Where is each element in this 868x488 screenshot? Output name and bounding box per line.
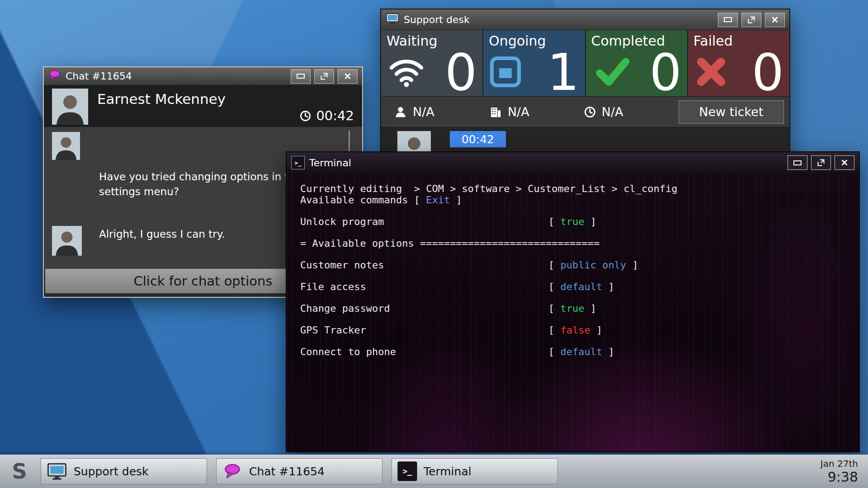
chat-timer: 00:42: [299, 108, 354, 123]
terminal-option-row: GPS Tracker[ false ]: [300, 324, 859, 336]
building-icon: [489, 105, 502, 119]
exit-command[interactable]: Exit: [426, 194, 450, 206]
customer-avatar: [52, 89, 88, 125]
failed-count: 0: [752, 52, 784, 94]
chat-customer-header: Earnest Mckenney 00:42: [44, 85, 362, 127]
ongoing-count: 1: [547, 52, 579, 94]
status-tiles: Waiting 0 Ongoing 1 Completed 0 Failed: [381, 30, 789, 96]
agent-avatar: [52, 132, 80, 160]
clock-icon: [584, 106, 596, 118]
time-info: N/A: [584, 105, 679, 119]
window-title: Terminal: [309, 157, 351, 169]
taskbar-item-chat[interactable]: Chat #11654: [216, 458, 382, 484]
option-value[interactable]: public only: [561, 259, 627, 271]
taskbar-clock: Jan 27th 9:38: [821, 458, 858, 485]
close-button[interactable]: ✕: [338, 69, 358, 84]
completed-tile: Completed 0: [586, 30, 687, 96]
terminal-commands-line: Available commands [ Exit ]: [300, 194, 859, 206]
os-logo[interactable]: S: [7, 459, 32, 484]
customer-avatar: [52, 226, 82, 256]
terminal-window: >_ Terminal ✕ Currently editing > COM > …: [286, 151, 860, 452]
completed-count: 0: [649, 52, 681, 94]
company-info: N/A: [489, 105, 584, 119]
window-title: Support desk: [404, 14, 470, 25]
close-icon: ✕: [771, 15, 779, 24]
minimize-button[interactable]: [718, 13, 738, 27]
terminal-body: Currently editing > COM > software > Cus…: [287, 173, 859, 451]
option-label: File access: [300, 281, 548, 292]
cross-icon: [693, 54, 729, 91]
chat-message: Alright, I guess I can try.: [99, 228, 225, 240]
option-value[interactable]: default: [561, 281, 603, 292]
chat-titlebar[interactable]: Chat #11654 ✕: [44, 67, 362, 85]
popout-button[interactable]: [314, 69, 334, 84]
terminal-unlock-row: Unlock program[ true ]: [300, 216, 859, 227]
chat-timer-value: 00:42: [316, 108, 354, 123]
terminal-option-row: File access[ default ]: [300, 281, 859, 292]
terminal-section-header: = Available options ====================…: [300, 238, 859, 249]
clock-icon: [299, 110, 311, 122]
option-label: GPS Tracker: [300, 324, 548, 336]
customer-name: Earnest Mckenney: [97, 91, 226, 107]
terminal-option-row: Customer notes[ public only ]: [300, 259, 859, 271]
popout-button[interactable]: [741, 13, 761, 27]
window-icon: [489, 55, 522, 90]
close-icon: ✕: [344, 72, 352, 81]
chat-bubble-icon: [48, 70, 61, 83]
monitor-icon: [386, 13, 399, 27]
option-label: Unlock program: [300, 216, 548, 227]
option-value[interactable]: default: [561, 346, 603, 357]
minimize-icon: [724, 17, 732, 22]
ticket-item[interactable]: 00:42: [450, 131, 506, 147]
wifi-icon: [387, 56, 426, 89]
close-icon: ✕: [841, 158, 849, 167]
terminal-icon: >_: [291, 156, 305, 169]
waiting-count: 0: [445, 52, 477, 94]
new-ticket-button[interactable]: New ticket: [679, 100, 784, 124]
minimize-icon: [793, 160, 802, 165]
terminal-option-row: Connect to phone[ default ]: [300, 346, 859, 357]
taskbar-time: 9:38: [821, 469, 858, 485]
popout-button[interactable]: [811, 155, 831, 170]
support-desk-titlebar[interactable]: Support desk ✕: [381, 9, 789, 30]
minimize-button[interactable]: [788, 155, 807, 170]
option-value[interactable]: true: [561, 303, 585, 314]
option-label: Connect to phone: [300, 346, 548, 357]
popout-icon: [816, 158, 826, 167]
taskbar-item-support-desk[interactable]: Support desk: [41, 458, 207, 484]
popout-icon: [320, 72, 329, 81]
option-value[interactable]: true: [561, 216, 585, 227]
chat-message: Have you tried changing options in the s…: [99, 169, 305, 200]
popout-icon: [747, 15, 756, 24]
chat-bubble-icon: [222, 461, 243, 481]
option-label: Change password: [300, 303, 548, 314]
check-icon: [591, 54, 633, 92]
taskbar-date: Jan 27th: [821, 458, 858, 469]
option-label: Customer notes: [300, 259, 548, 271]
minimize-button[interactable]: [291, 69, 311, 84]
ticket-info-row: N/A N/A N/A New ticket: [381, 96, 789, 127]
ongoing-tile: Ongoing 1: [483, 30, 585, 96]
option-value[interactable]: false: [561, 324, 590, 336]
monitor-icon: [47, 461, 67, 481]
taskbar: S Support desk Chat #11654 >_ Terminal J…: [0, 455, 868, 488]
close-button[interactable]: ✕: [835, 155, 854, 170]
terminal-breadcrumb: Currently editing > COM > software > Cus…: [300, 183, 859, 194]
close-button[interactable]: ✕: [765, 13, 785, 27]
taskbar-item-terminal[interactable]: >_ Terminal: [392, 458, 558, 484]
waiting-tile: Waiting 0: [381, 30, 482, 96]
failed-tile: Failed 0: [688, 30, 789, 96]
terminal-option-row: Change password[ true ]: [300, 303, 859, 314]
window-title: Chat #11654: [66, 70, 132, 82]
terminal-titlebar[interactable]: >_ Terminal ✕: [287, 152, 859, 173]
minimize-icon: [297, 74, 305, 79]
person-icon: [394, 105, 407, 119]
ticket-timer-badge: 00:42: [450, 131, 506, 147]
customer-info: N/A: [394, 105, 489, 119]
terminal-icon: >_: [397, 461, 417, 481]
